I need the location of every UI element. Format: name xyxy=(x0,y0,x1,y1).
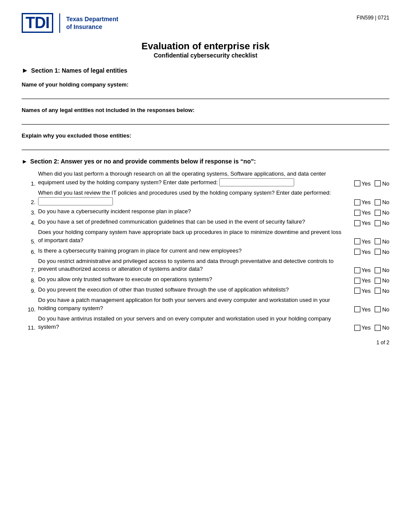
no-checkbox-4[interactable] xyxy=(375,220,381,226)
questions-area: 1.When did you last perform a thorough r… xyxy=(22,170,389,331)
explain-exclusion-input[interactable] xyxy=(22,141,389,150)
logo-area: TDI Texas Department of Insurance xyxy=(22,13,118,33)
question-row-3: 3.Do you have a cybersecurity incident r… xyxy=(22,208,389,216)
section2-header: ► Section 2: Answer yes or no and provid… xyxy=(22,158,389,165)
question-row-5: 5.Does your holding company system have … xyxy=(22,228,389,245)
yes-checkbox-5[interactable] xyxy=(354,238,360,244)
form-number: FIN599 | 0721 xyxy=(356,15,389,21)
yes-checkbox-4[interactable] xyxy=(354,220,360,226)
date-field-1[interactable] xyxy=(219,178,294,186)
question-text-5: Does your holding company system have ap… xyxy=(38,228,346,245)
yes-no-area-2: Yes No xyxy=(346,199,389,205)
question-number-3: 3. xyxy=(22,209,38,216)
yes-label-11: Yes xyxy=(362,324,371,331)
no-label-7: No xyxy=(382,267,389,273)
holding-company-name-input[interactable] xyxy=(22,90,389,99)
no-label-9: No xyxy=(382,288,389,294)
question-row-4: 4.Do you have a set of predefined commun… xyxy=(22,218,389,226)
question-text-7: Do you restrict administrative and privi… xyxy=(38,257,346,274)
yes-no-area-6: Yes No xyxy=(346,249,389,255)
yes-label-9: Yes xyxy=(362,288,371,294)
question-text-11: Do you have antivirus installed on your … xyxy=(38,315,346,331)
no-label-1: No xyxy=(382,180,389,187)
no-label-10: No xyxy=(382,306,389,313)
question-text-1: When did you last perform a thorough res… xyxy=(38,170,346,187)
yes-checkbox-8[interactable] xyxy=(354,278,360,284)
no-checkbox-11[interactable] xyxy=(375,325,381,331)
section2-arrow: ► xyxy=(22,158,28,165)
yes-checkbox-1[interactable] xyxy=(354,180,360,186)
yes-label-5: Yes xyxy=(362,238,371,245)
date-field-2[interactable] xyxy=(38,197,113,205)
section2-label: Section 2: Answer yes or no and provide … xyxy=(30,158,256,165)
section1-header: ► Section 1: Names of legal entities xyxy=(22,67,389,74)
question-row-9: 9.Do you prevent the execution of other … xyxy=(22,286,389,294)
question-number-1: 1. xyxy=(22,180,38,187)
question-text-4: Do you have a set of predefined communic… xyxy=(38,218,346,226)
section1-arrow: ► xyxy=(22,67,29,74)
yes-checkbox-11[interactable] xyxy=(354,325,360,331)
yes-label-1: Yes xyxy=(362,180,371,187)
question-row-6: 6.Is there a cybersecurity training prog… xyxy=(22,247,389,255)
legal-entities-input[interactable] xyxy=(22,116,389,125)
question-number-8: 8. xyxy=(22,277,38,284)
question-number-10: 10. xyxy=(22,306,38,313)
logo-divider xyxy=(59,13,60,33)
field1-label: Name of your holding company system: xyxy=(22,81,389,88)
yes-label-10: Yes xyxy=(362,306,371,313)
tdi-logo: TDI xyxy=(22,13,53,33)
yes-label-6: Yes xyxy=(362,249,371,255)
no-checkbox-6[interactable] xyxy=(375,249,381,255)
question-text-6: Is there a cybersecurity training progra… xyxy=(38,247,346,255)
no-label-5: No xyxy=(382,238,389,245)
yes-checkbox-10[interactable] xyxy=(354,306,360,312)
yes-checkbox-3[interactable] xyxy=(354,210,360,216)
yes-label-4: Yes xyxy=(362,220,371,226)
question-number-4: 4. xyxy=(22,220,38,226)
page-title-area: Evaluation of enterprise risk Confidenti… xyxy=(22,41,389,59)
org-name: Texas Department of Insurance xyxy=(66,15,118,31)
yes-checkbox-6[interactable] xyxy=(354,249,360,255)
field3-label: Explain why you excluded those entities: xyxy=(22,132,389,139)
no-checkbox-3[interactable] xyxy=(375,210,381,216)
yes-checkbox-9[interactable] xyxy=(354,288,360,294)
no-label-2: No xyxy=(382,199,389,205)
yes-no-area-3: Yes No xyxy=(346,209,389,216)
yes-no-area-11: Yes No xyxy=(346,324,389,331)
no-checkbox-2[interactable] xyxy=(375,199,381,205)
question-number-5: 5. xyxy=(22,238,38,245)
yes-no-area-1: Yes No xyxy=(346,180,389,187)
question-text-3: Do you have a cybersecurity incident res… xyxy=(38,208,346,216)
no-checkbox-10[interactable] xyxy=(375,306,381,312)
question-number-9: 9. xyxy=(22,288,38,294)
no-checkbox-7[interactable] xyxy=(375,267,381,273)
yes-no-area-10: Yes No xyxy=(346,306,389,313)
question-number-2: 2. xyxy=(22,199,38,205)
question-row-11: 11.Do you have antivirus installed on yo… xyxy=(22,315,389,331)
yes-no-area-5: Yes No xyxy=(346,238,389,245)
question-text-10: Do you have a patch management applicati… xyxy=(38,296,346,313)
question-text-8: Do you allow only trusted software to ex… xyxy=(38,276,346,284)
yes-checkbox-7[interactable] xyxy=(354,267,360,273)
question-text-2: When did you last review the IT policies… xyxy=(38,189,346,206)
yes-checkbox-2[interactable] xyxy=(354,199,360,205)
sub-title: Confidential cybersecurity checklist xyxy=(22,52,389,59)
no-label-11: No xyxy=(382,324,389,331)
yes-label-7: Yes xyxy=(362,267,371,273)
question-number-7: 7. xyxy=(22,267,38,273)
no-checkbox-5[interactable] xyxy=(375,238,381,244)
question-number-6: 6. xyxy=(22,249,38,255)
question-number-11: 11. xyxy=(22,324,38,331)
question-row-8: 8.Do you allow only trusted software to … xyxy=(22,276,389,284)
page-number: 1 of 2 xyxy=(22,340,389,346)
no-checkbox-1[interactable] xyxy=(375,180,381,186)
main-title: Evaluation of enterprise risk xyxy=(22,41,389,52)
question-row-7: 7.Do you restrict administrative and pri… xyxy=(22,257,389,274)
yes-no-area-8: Yes No xyxy=(346,277,389,284)
yes-label-8: Yes xyxy=(362,277,371,284)
no-checkbox-8[interactable] xyxy=(375,278,381,284)
no-label-6: No xyxy=(382,249,389,255)
yes-no-area-7: Yes No xyxy=(346,267,389,273)
page-header: TDI Texas Department of Insurance FIN599… xyxy=(22,13,389,33)
no-checkbox-9[interactable] xyxy=(375,288,381,294)
